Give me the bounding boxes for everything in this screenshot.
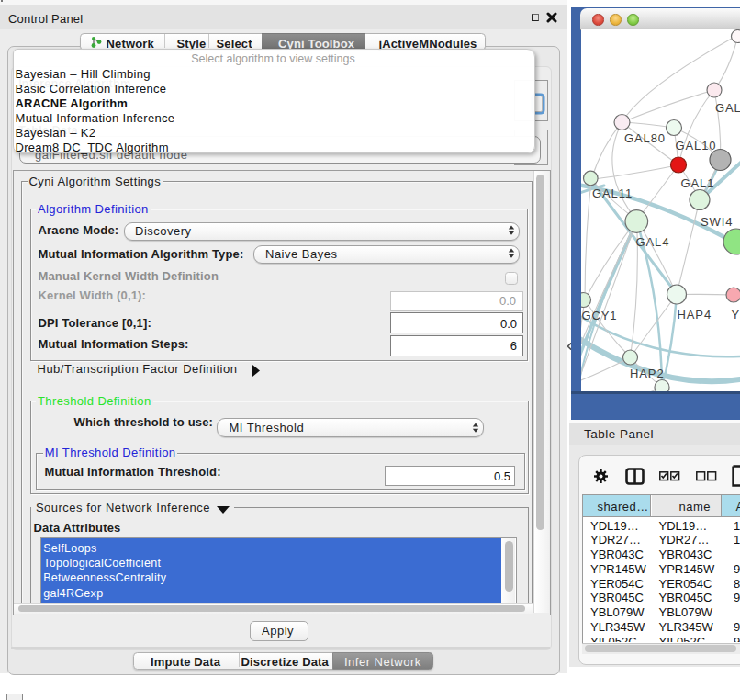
svg-text:GCY1: GCY1 bbox=[582, 309, 618, 322]
svg-text:GAL10: GAL10 bbox=[676, 139, 717, 152]
svg-text:HAP2: HAP2 bbox=[630, 367, 665, 380]
svg-text:YJ: YJ bbox=[732, 308, 740, 322]
svg-text:GAL2: GAL2 bbox=[715, 101, 740, 115]
svg-text:SWI4: SWI4 bbox=[701, 215, 733, 229]
svg-text:GAL4: GAL4 bbox=[636, 235, 670, 249]
svg-text:GAL80: GAL80 bbox=[624, 131, 666, 145]
svg-text:GAL11: GAL11 bbox=[592, 186, 633, 200]
svg-text:HAP4: HAP4 bbox=[678, 308, 712, 322]
svg-text:GAL1: GAL1 bbox=[681, 176, 715, 190]
